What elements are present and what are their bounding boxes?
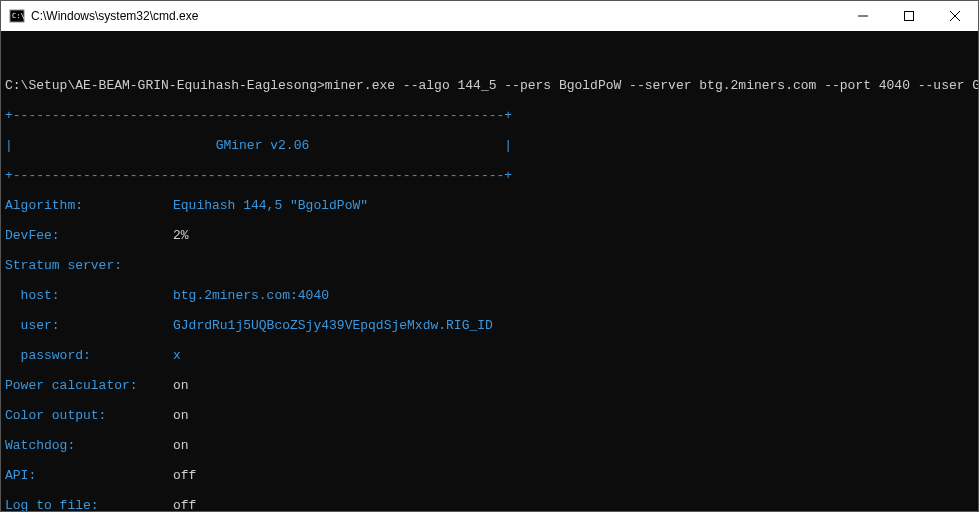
config-value: off <box>173 468 196 483</box>
config-row: Power calculator:on <box>5 378 974 393</box>
banner-line: | GMiner v2.06 | <box>5 138 974 153</box>
config-value: off <box>173 498 196 511</box>
config-label: Stratum server: <box>5 258 173 273</box>
config-value: x <box>173 348 181 363</box>
config-label: Watchdog: <box>5 438 173 453</box>
maximize-button[interactable] <box>886 1 932 31</box>
config-value: 2% <box>173 228 189 243</box>
config-value: on <box>173 438 189 453</box>
config-label: host: <box>5 288 173 303</box>
config-label: DevFee: <box>5 228 173 243</box>
config-row: Log to file:off <box>5 498 974 511</box>
config-row: password:x <box>5 348 974 363</box>
config-label: Algorithm: <box>5 198 173 213</box>
config-value: on <box>173 378 189 393</box>
close-button[interactable] <box>932 1 978 31</box>
window-controls <box>840 1 978 31</box>
banner-border-bottom: +---------------------------------------… <box>5 168 974 183</box>
banner-border-top: +---------------------------------------… <box>5 108 974 123</box>
config-label: Log to file: <box>5 498 173 511</box>
config-row: Algorithm:Equihash 144,5 "BgoldPoW" <box>5 198 974 213</box>
config-label: Power calculator: <box>5 378 173 393</box>
config-row: host:btg.2miners.com:4040 <box>5 288 974 303</box>
config-row: user:GJdrdRu1j5UQBcoZSjy439VEpqdSjeMxdw.… <box>5 318 974 333</box>
svg-rect-3 <box>905 12 914 21</box>
terminal-line <box>5 48 974 63</box>
config-row: Stratum server: <box>5 258 974 273</box>
config-label: password: <box>5 348 173 363</box>
prompt-line: C:\Setup\AE-BEAM-GRIN-Equihash-Eaglesong… <box>5 78 974 93</box>
config-value: Equihash 144,5 "BgoldPoW" <box>173 198 368 213</box>
terminal-output[interactable]: C:\Setup\AE-BEAM-GRIN-Equihash-Eaglesong… <box>1 31 978 511</box>
config-row: DevFee:2% <box>5 228 974 243</box>
cmd-icon: C:\ <box>9 8 25 24</box>
prompt-command: miner.exe --algo 144_5 --pers BgoldPoW -… <box>325 78 978 93</box>
cmd-window: C:\ C:\Windows\system32\cmd.exe C:\Setup… <box>0 0 979 512</box>
titlebar[interactable]: C:\ C:\Windows\system32\cmd.exe <box>1 1 978 31</box>
config-label: user: <box>5 318 173 333</box>
config-value: GJdrdRu1j5UQBcoZSjy439VEpqdSjeMxdw.RIG_I… <box>173 318 493 333</box>
config-row: Watchdog:on <box>5 438 974 453</box>
config-value: btg.2miners.com:4040 <box>173 288 329 303</box>
svg-text:C:\: C:\ <box>12 12 25 20</box>
prompt-path: C:\Setup\AE-BEAM-GRIN-Equihash-Eaglesong… <box>5 78 325 93</box>
config-label: Color output: <box>5 408 173 423</box>
config-label: API: <box>5 468 173 483</box>
config-row: Color output:on <box>5 408 974 423</box>
window-title: C:\Windows\system32\cmd.exe <box>31 9 840 23</box>
config-value: on <box>173 408 189 423</box>
minimize-button[interactable] <box>840 1 886 31</box>
config-row: API:off <box>5 468 974 483</box>
